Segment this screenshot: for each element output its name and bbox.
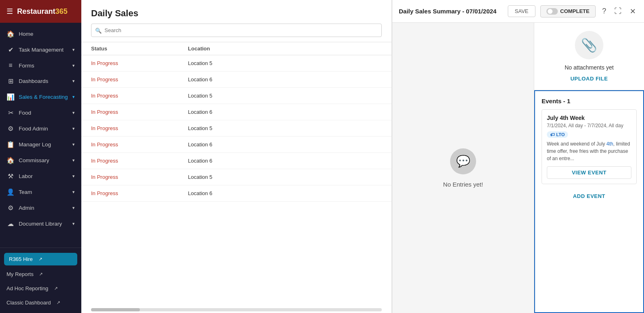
nav-icon-team: 👤	[7, 188, 15, 196]
chevron-icon-sales-forecasting: ▾	[72, 94, 75, 100]
row-status-4: In Progress	[91, 125, 188, 131]
nav-icon-sales-forecasting: 📊	[7, 93, 15, 101]
nav-label-food-admin: Food Admin	[19, 126, 48, 132]
no-attachments-text: No attachments yet	[565, 64, 614, 71]
event-card-date: 7/1/2024, All day - 7/7/2024, All day	[547, 123, 631, 128]
nav-label-dashboards: Dashboards	[19, 78, 48, 84]
row-location-3: Location 6	[188, 109, 285, 115]
nav-label-labor: Labor	[19, 173, 33, 179]
nav-icon-forms: ≡	[7, 62, 15, 69]
sidebar-item-r365hire[interactable]: R365 Hire ↗	[4, 253, 77, 265]
nav-icon-document-library: ☁	[7, 220, 15, 228]
nav-label-commissary: Commissary	[19, 157, 49, 163]
sidebar-item-manager-log[interactable]: 📋 Manager Log ▾	[0, 137, 81, 152]
chevron-icon-food: ▾	[72, 110, 75, 115]
chevron-icon-labor: ▾	[72, 174, 75, 179]
sidebar-item-admin[interactable]: ⚙ Admin ▾	[0, 200, 81, 216]
sidebar-item-my-reports[interactable]: My Reports ↗	[0, 267, 81, 281]
event-link[interactable]: 4th	[607, 141, 614, 147]
nav-label-document-library: Document Library	[19, 221, 62, 227]
chevron-icon-document-library: ▾	[72, 221, 75, 226]
attachment-icon: 📎	[575, 31, 603, 59]
scrollbar-thumb[interactable]	[91, 308, 140, 311]
nav-label-admin: Admin	[19, 205, 34, 211]
nav-icon-labor: ⚒	[7, 172, 15, 180]
row-location-0: Location 5	[188, 60, 285, 66]
col-extra	[285, 46, 382, 52]
table-row[interactable]: In Progress Location 5	[81, 120, 392, 137]
table-row[interactable]: In Progress Location 6	[81, 72, 392, 88]
row-location-5: Location 6	[188, 141, 285, 148]
sidebar-item-home[interactable]: 🏠 Home	[0, 26, 81, 42]
sidebar-item-dashboards[interactable]: ⊞ Dashboards ▾	[0, 73, 81, 89]
nav-label-my-reports: My Reports	[7, 271, 33, 277]
sidebar-item-task-management[interactable]: ✔ Task Management ▾	[0, 42, 81, 58]
nav-icon-food: ✂	[7, 109, 15, 117]
app-logo: Restaurant365	[17, 7, 67, 16]
search-input[interactable]	[91, 24, 382, 37]
nav-icon-commissary: 🏠	[7, 156, 15, 164]
sidebar: ☰ Restaurant365 🏠 Home ✔ Task Management…	[0, 0, 81, 313]
close-button[interactable]: ✕	[628, 5, 637, 17]
sidebar-item-team[interactable]: 👤 Team ▾	[0, 184, 81, 200]
row-status-5: In Progress	[91, 141, 188, 148]
table-row[interactable]: In Progress Location 6	[81, 185, 392, 202]
complete-toggle-icon	[546, 8, 558, 15]
sidebar-item-food[interactable]: ✂ Food ▾	[0, 105, 81, 121]
table-row[interactable]: In Progress Location 5	[81, 88, 392, 104]
table-row[interactable]: In Progress Location 6	[81, 153, 392, 169]
chevron-icon-admin: ▾	[72, 205, 75, 211]
nav-label-r365hire: R365 Hire	[9, 256, 33, 262]
nav-label-team: Team	[19, 189, 32, 195]
sidebar-item-forms[interactable]: ≡ Forms ▾	[0, 58, 81, 73]
view-event-button[interactable]: VIEW EVENT	[547, 166, 631, 179]
chevron-icon-food-admin: ▾	[72, 126, 75, 131]
sidebar-item-ad-hoc-reporting[interactable]: Ad Hoc Reporting ↗	[0, 281, 81, 296]
sidebar-item-food-admin[interactable]: ⚙ Food Admin ▾	[0, 121, 81, 137]
row-status-8: In Progress	[91, 190, 188, 196]
col-status: Status	[91, 46, 188, 52]
chevron-icon-task-management: ▾	[72, 47, 75, 52]
table-row[interactable]: In Progress Location 6	[81, 137, 392, 153]
chevron-icon-forms: ▾	[72, 63, 75, 68]
nav-icon-admin: ⚙	[7, 204, 15, 212]
save-button[interactable]: SAVE	[508, 5, 535, 17]
sidebar-item-sales-forecasting[interactable]: 📊 Sales & Forecasting ▾	[0, 89, 81, 105]
event-tag: 🏷 LTO	[547, 131, 568, 138]
events-section: Events - 1 July 4th Week 7/1/2024, All d…	[534, 90, 644, 313]
row-location-1: Location 6	[188, 76, 285, 83]
row-location-6: Location 6	[188, 158, 285, 164]
sidebar-item-commissary[interactable]: 🏠 Commissary ▾	[0, 152, 81, 168]
nav-label-sales-forecasting: Sales & Forecasting	[19, 94, 68, 100]
table-row[interactable]: In Progress Location 5	[81, 169, 392, 185]
sidebar-nav: 🏠 Home ✔ Task Management ▾ ≡ Forms ▾ ⊞ D…	[0, 23, 81, 248]
complete-button[interactable]: COMPLETE	[540, 5, 596, 17]
nav-icon-food-admin: ⚙	[7, 125, 15, 133]
hamburger-icon[interactable]: ☰	[7, 7, 13, 16]
chevron-icon-commissary: ▾	[72, 158, 75, 163]
sidebar-item-classic-dashboard[interactable]: Classic Dashboard ↗	[0, 296, 81, 310]
event-card: July 4th Week 7/1/2024, All day - 7/7/20…	[542, 109, 637, 184]
row-location-2: Location 5	[188, 93, 285, 99]
event-card-desc: Week and weekend of July 4th, limited ti…	[547, 140, 631, 162]
table-row[interactable]: In Progress Location 6	[81, 104, 392, 120]
search-icon: 🔍	[95, 27, 102, 33]
upload-file-button[interactable]: UPLOAD FILE	[570, 76, 608, 82]
center-content: 💬 No Entries yet!	[392, 23, 534, 313]
daily-sales-title: Daily Sales	[91, 8, 382, 19]
add-event-button[interactable]: ADD EVENT	[542, 189, 637, 203]
help-button[interactable]: ?	[600, 5, 608, 17]
chevron-icon-team: ▾	[72, 189, 75, 195]
sidebar-item-document-library[interactable]: ☁ Document Library ▾	[0, 216, 81, 232]
horizontal-scrollbar[interactable]	[91, 308, 382, 311]
table-row[interactable]: In Progress Location 5	[81, 55, 392, 72]
row-location-4: Location 5	[188, 125, 285, 131]
sidebar-item-labor[interactable]: ⚒ Labor ▾	[0, 168, 81, 184]
external-icon-r365hire: ↗	[39, 256, 42, 262]
row-status-7: In Progress	[91, 174, 188, 180]
no-entries-text: No Entries yet!	[443, 181, 483, 188]
fullscreen-button[interactable]: ⛶	[613, 5, 623, 17]
right-panel: Daily Sales Summary - 07/01/2024 SAVE CO…	[392, 0, 644, 313]
daily-sales-panel: Daily Sales 🔍 Status Location In Progres…	[81, 0, 392, 313]
search-bar: 🔍	[81, 24, 392, 42]
